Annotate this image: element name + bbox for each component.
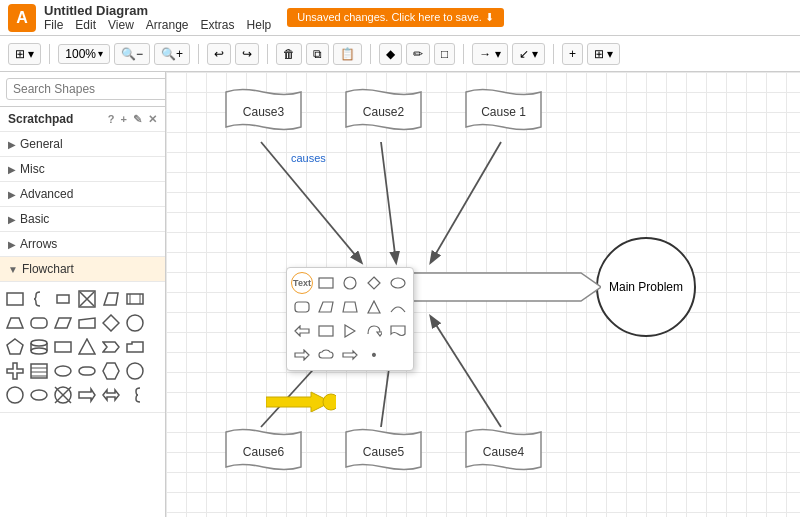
menu-file[interactable]: File	[44, 18, 63, 32]
shape-triangle[interactable]	[76, 336, 98, 358]
cause1-shape[interactable]: Cause 1	[461, 87, 546, 137]
copy-btn[interactable]: ⧉	[306, 43, 329, 65]
menu-help[interactable]: Help	[247, 18, 272, 32]
picker-text[interactable]: Text	[291, 272, 313, 294]
shape-cross2[interactable]	[52, 384, 74, 406]
shape-small-rect[interactable]	[52, 288, 74, 310]
picker-diamond[interactable]	[363, 272, 385, 294]
shadow-btn[interactable]: □	[434, 43, 455, 65]
shape-arrow-right[interactable]	[76, 384, 98, 406]
unsaved-badge[interactable]: Unsaved changes. Click here to save. ⬇	[287, 8, 504, 27]
table-btn[interactable]: ⊞ ▾	[587, 43, 620, 65]
cause5-shape[interactable]: Cause5	[341, 427, 426, 477]
shape-tab[interactable]	[124, 336, 146, 358]
scratchpad-help[interactable]: ?	[108, 113, 115, 126]
svg-line-41	[431, 317, 501, 427]
fill-btn[interactable]: ◆	[379, 43, 402, 65]
sidebar-item-advanced[interactable]: ▶ Advanced	[0, 182, 165, 207]
picker-arc[interactable]	[387, 296, 409, 318]
shape-curly[interactable]	[124, 384, 146, 406]
page-btn[interactable]: ⊞ ▾	[8, 43, 41, 65]
shape-parallelogram[interactable]	[100, 288, 122, 310]
shape-diamond[interactable]	[100, 312, 122, 334]
shape-lines[interactable]	[28, 360, 50, 382]
sidebar-item-flowchart[interactable]: ▼ Flowchart	[0, 257, 165, 282]
shape-hexagon[interactable]	[100, 360, 122, 382]
cause2-shape[interactable]: Cause2	[341, 87, 426, 137]
delete-btn[interactable]: 🗑	[276, 43, 302, 65]
canvas-area[interactable]: Main Problem Cause3 Cause2 Cause 1	[166, 72, 800, 517]
search-input[interactable]	[6, 78, 166, 100]
cause3-shape[interactable]: Cause3	[221, 87, 306, 137]
shape-double-arrow[interactable]	[100, 384, 122, 406]
picker-dot[interactable]: •	[363, 344, 385, 366]
shape-circle3[interactable]	[4, 384, 26, 406]
connector-btn[interactable]: → ▾	[472, 43, 507, 65]
cause4-label: Cause4	[483, 445, 524, 459]
scratchpad-edit[interactable]: ✎	[133, 113, 142, 126]
picker-par[interactable]	[315, 296, 337, 318]
shape-manual-input[interactable]	[76, 312, 98, 334]
shape-brace-left[interactable]	[28, 288, 50, 310]
picker-trap[interactable]	[339, 296, 361, 318]
picker-rect3[interactable]	[315, 320, 337, 342]
scratchpad-add[interactable]: +	[121, 113, 127, 126]
menu-view[interactable]: View	[108, 18, 134, 32]
picker-tri[interactable]	[363, 296, 385, 318]
shape-plus[interactable]	[4, 360, 26, 382]
shape-trapezoid[interactable]	[4, 312, 26, 334]
shape-oval[interactable]	[52, 360, 74, 382]
undo-btn[interactable]: ↩	[207, 43, 231, 65]
picker-back-arr2[interactable]	[291, 344, 313, 366]
svg-point-45	[344, 277, 356, 289]
sidebar-item-general[interactable]: ▶ General	[0, 132, 165, 157]
picker-doc[interactable]	[387, 320, 409, 342]
picker-back-arrow[interactable]	[291, 320, 313, 342]
picker-cloud[interactable]	[315, 344, 337, 366]
shape-rectangle[interactable]	[4, 288, 26, 310]
scratchpad-panel-header[interactable]: Scratchpad ? + ✎ ✕	[0, 107, 165, 132]
shape-oval2[interactable]	[28, 384, 50, 406]
svg-point-58	[323, 394, 336, 410]
zoom-in-btn[interactable]: 🔍+	[154, 43, 190, 65]
sidebar-item-basic[interactable]: ▶ Basic	[0, 207, 165, 232]
shape-proc[interactable]	[124, 288, 146, 310]
shape-pentagon[interactable]	[4, 336, 26, 358]
shape-skewed[interactable]	[52, 312, 74, 334]
bend-btn[interactable]: ↙ ▾	[512, 43, 545, 65]
main-problem: Main Problem	[596, 237, 696, 337]
picker-loop[interactable]	[363, 320, 385, 342]
shape-rounded2[interactable]	[76, 360, 98, 382]
shape-cylinder[interactable]	[28, 336, 50, 358]
svg-line-37	[381, 142, 396, 262]
picker-r2[interactable]	[291, 296, 313, 318]
sidebar-item-misc[interactable]: ▶ Misc	[0, 157, 165, 182]
picker-rect[interactable]	[315, 272, 337, 294]
menu-arrange[interactable]: Arrange	[146, 18, 189, 32]
shape-circle[interactable]	[124, 312, 146, 334]
line-btn[interactable]: ✏	[406, 43, 430, 65]
search-box: 🔍	[0, 72, 165, 107]
picker-fat-arrow[interactable]	[339, 344, 361, 366]
scratchpad-close[interactable]: ✕	[148, 113, 157, 126]
shape-chevron[interactable]	[100, 336, 122, 358]
insert-btn[interactable]: +	[562, 43, 583, 65]
picker-diam2[interactable]	[387, 272, 409, 294]
shape-rounded-rect[interactable]	[28, 312, 50, 334]
panels-area: Scratchpad ? + ✎ ✕ ▶ General ▶ Misc	[0, 107, 165, 517]
picker-play[interactable]	[339, 320, 361, 342]
cause6-shape[interactable]: Cause6	[221, 427, 306, 477]
expand-icon-arrows: ▶	[8, 239, 16, 250]
shape-rect2[interactable]	[52, 336, 74, 358]
shape-cross[interactable]	[76, 288, 98, 310]
menu-edit[interactable]: Edit	[75, 18, 96, 32]
sidebar-item-arrows[interactable]: ▶ Arrows	[0, 232, 165, 257]
cause4-shape[interactable]: Cause4	[461, 427, 546, 477]
zoom-out-btn[interactable]: 🔍−	[114, 43, 150, 65]
redo-btn[interactable]: ↪	[235, 43, 259, 65]
svg-marker-54	[345, 325, 355, 337]
paste-btn[interactable]: 📋	[333, 43, 362, 65]
menu-extras[interactable]: Extras	[201, 18, 235, 32]
picker-circle[interactable]	[339, 272, 361, 294]
shape-circle2[interactable]	[124, 360, 146, 382]
